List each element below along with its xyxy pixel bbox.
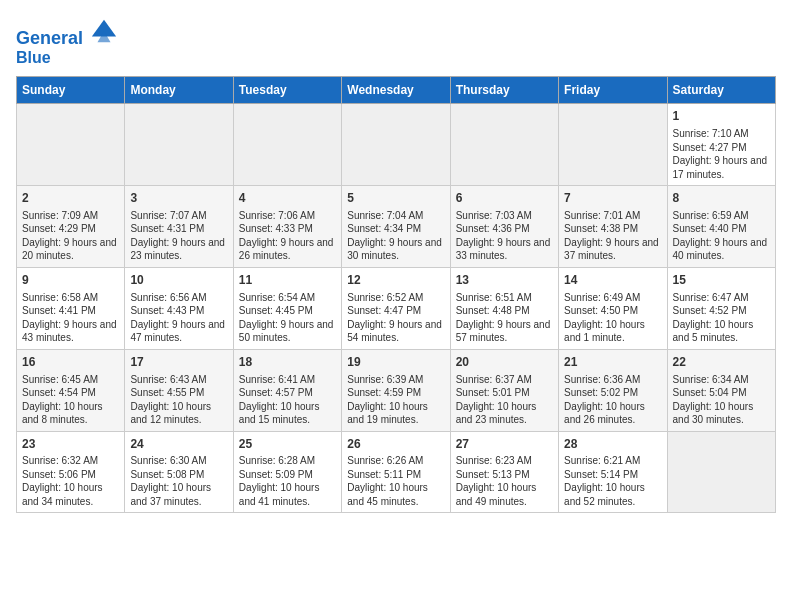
logo-blue: Blue [16,49,118,67]
day-number: 6 [456,190,553,207]
day-number: 10 [130,272,227,289]
col-header-wednesday: Wednesday [342,77,450,104]
day-info: Sunrise: 6:37 AM Sunset: 5:01 PM Dayligh… [456,373,553,427]
calendar-cell: 3Sunrise: 7:07 AM Sunset: 4:31 PM Daylig… [125,186,233,268]
col-header-sunday: Sunday [17,77,125,104]
day-number: 15 [673,272,770,289]
calendar-cell: 1Sunrise: 7:10 AM Sunset: 4:27 PM Daylig… [667,104,775,186]
day-info: Sunrise: 7:01 AM Sunset: 4:38 PM Dayligh… [564,209,661,263]
day-info: Sunrise: 6:45 AM Sunset: 4:54 PM Dayligh… [22,373,119,427]
calendar-cell: 16Sunrise: 6:45 AM Sunset: 4:54 PM Dayli… [17,349,125,431]
day-info: Sunrise: 6:26 AM Sunset: 5:11 PM Dayligh… [347,454,444,508]
calendar-cell [342,104,450,186]
calendar-cell [233,104,341,186]
day-info: Sunrise: 7:06 AM Sunset: 4:33 PM Dayligh… [239,209,336,263]
day-number: 8 [673,190,770,207]
day-info: Sunrise: 6:30 AM Sunset: 5:08 PM Dayligh… [130,454,227,508]
day-info: Sunrise: 6:51 AM Sunset: 4:48 PM Dayligh… [456,291,553,345]
day-number: 16 [22,354,119,371]
col-header-thursday: Thursday [450,77,558,104]
calendar-cell: 4Sunrise: 7:06 AM Sunset: 4:33 PM Daylig… [233,186,341,268]
page-header: General Blue [16,16,776,66]
day-number: 4 [239,190,336,207]
calendar-cell [559,104,667,186]
day-info: Sunrise: 6:49 AM Sunset: 4:50 PM Dayligh… [564,291,661,345]
day-number: 2 [22,190,119,207]
day-number: 28 [564,436,661,453]
day-info: Sunrise: 7:07 AM Sunset: 4:31 PM Dayligh… [130,209,227,263]
calendar-cell: 8Sunrise: 6:59 AM Sunset: 4:40 PM Daylig… [667,186,775,268]
calendar-cell: 19Sunrise: 6:39 AM Sunset: 4:59 PM Dayli… [342,349,450,431]
logo: General Blue [16,16,118,66]
calendar-table: SundayMondayTuesdayWednesdayThursdayFrid… [16,76,776,513]
day-number: 27 [456,436,553,453]
day-info: Sunrise: 7:10 AM Sunset: 4:27 PM Dayligh… [673,127,770,181]
calendar-cell: 5Sunrise: 7:04 AM Sunset: 4:34 PM Daylig… [342,186,450,268]
day-number: 3 [130,190,227,207]
col-header-saturday: Saturday [667,77,775,104]
calendar-cell: 20Sunrise: 6:37 AM Sunset: 5:01 PM Dayli… [450,349,558,431]
day-number: 21 [564,354,661,371]
day-info: Sunrise: 6:23 AM Sunset: 5:13 PM Dayligh… [456,454,553,508]
calendar-cell: 18Sunrise: 6:41 AM Sunset: 4:57 PM Dayli… [233,349,341,431]
day-number: 11 [239,272,336,289]
day-info: Sunrise: 6:28 AM Sunset: 5:09 PM Dayligh… [239,454,336,508]
calendar-cell: 21Sunrise: 6:36 AM Sunset: 5:02 PM Dayli… [559,349,667,431]
day-number: 13 [456,272,553,289]
day-number: 26 [347,436,444,453]
calendar-cell: 13Sunrise: 6:51 AM Sunset: 4:48 PM Dayli… [450,267,558,349]
calendar-cell: 28Sunrise: 6:21 AM Sunset: 5:14 PM Dayli… [559,431,667,513]
day-number: 9 [22,272,119,289]
col-header-friday: Friday [559,77,667,104]
day-info: Sunrise: 6:56 AM Sunset: 4:43 PM Dayligh… [130,291,227,345]
calendar-cell: 10Sunrise: 6:56 AM Sunset: 4:43 PM Dayli… [125,267,233,349]
day-info: Sunrise: 6:39 AM Sunset: 4:59 PM Dayligh… [347,373,444,427]
logo-general: General [16,28,83,48]
day-info: Sunrise: 7:09 AM Sunset: 4:29 PM Dayligh… [22,209,119,263]
calendar-cell: 24Sunrise: 6:30 AM Sunset: 5:08 PM Dayli… [125,431,233,513]
calendar-cell: 6Sunrise: 7:03 AM Sunset: 4:36 PM Daylig… [450,186,558,268]
day-info: Sunrise: 6:36 AM Sunset: 5:02 PM Dayligh… [564,373,661,427]
col-header-monday: Monday [125,77,233,104]
day-number: 17 [130,354,227,371]
day-number: 22 [673,354,770,371]
day-number: 14 [564,272,661,289]
day-info: Sunrise: 6:52 AM Sunset: 4:47 PM Dayligh… [347,291,444,345]
day-info: Sunrise: 6:43 AM Sunset: 4:55 PM Dayligh… [130,373,227,427]
calendar-cell: 11Sunrise: 6:54 AM Sunset: 4:45 PM Dayli… [233,267,341,349]
day-info: Sunrise: 6:34 AM Sunset: 5:04 PM Dayligh… [673,373,770,427]
calendar-cell: 22Sunrise: 6:34 AM Sunset: 5:04 PM Dayli… [667,349,775,431]
day-info: Sunrise: 6:41 AM Sunset: 4:57 PM Dayligh… [239,373,336,427]
calendar-cell: 26Sunrise: 6:26 AM Sunset: 5:11 PM Dayli… [342,431,450,513]
day-info: Sunrise: 7:04 AM Sunset: 4:34 PM Dayligh… [347,209,444,263]
day-number: 20 [456,354,553,371]
calendar-cell: 12Sunrise: 6:52 AM Sunset: 4:47 PM Dayli… [342,267,450,349]
calendar-cell: 15Sunrise: 6:47 AM Sunset: 4:52 PM Dayli… [667,267,775,349]
day-number: 12 [347,272,444,289]
day-info: Sunrise: 6:47 AM Sunset: 4:52 PM Dayligh… [673,291,770,345]
day-number: 7 [564,190,661,207]
day-info: Sunrise: 6:32 AM Sunset: 5:06 PM Dayligh… [22,454,119,508]
calendar-cell [17,104,125,186]
calendar-cell: 7Sunrise: 7:01 AM Sunset: 4:38 PM Daylig… [559,186,667,268]
calendar-cell: 17Sunrise: 6:43 AM Sunset: 4:55 PM Dayli… [125,349,233,431]
day-info: Sunrise: 6:59 AM Sunset: 4:40 PM Dayligh… [673,209,770,263]
day-number: 25 [239,436,336,453]
calendar-cell [450,104,558,186]
calendar-cell: 23Sunrise: 6:32 AM Sunset: 5:06 PM Dayli… [17,431,125,513]
day-number: 18 [239,354,336,371]
day-info: Sunrise: 6:21 AM Sunset: 5:14 PM Dayligh… [564,454,661,508]
day-info: Sunrise: 6:54 AM Sunset: 4:45 PM Dayligh… [239,291,336,345]
day-info: Sunrise: 7:03 AM Sunset: 4:36 PM Dayligh… [456,209,553,263]
day-number: 24 [130,436,227,453]
calendar-cell [667,431,775,513]
day-number: 1 [673,108,770,125]
day-info: Sunrise: 6:58 AM Sunset: 4:41 PM Dayligh… [22,291,119,345]
logo-icon [90,16,118,44]
calendar-cell [125,104,233,186]
calendar-cell: 2Sunrise: 7:09 AM Sunset: 4:29 PM Daylig… [17,186,125,268]
day-number: 5 [347,190,444,207]
col-header-tuesday: Tuesday [233,77,341,104]
calendar-cell: 27Sunrise: 6:23 AM Sunset: 5:13 PM Dayli… [450,431,558,513]
day-number: 19 [347,354,444,371]
